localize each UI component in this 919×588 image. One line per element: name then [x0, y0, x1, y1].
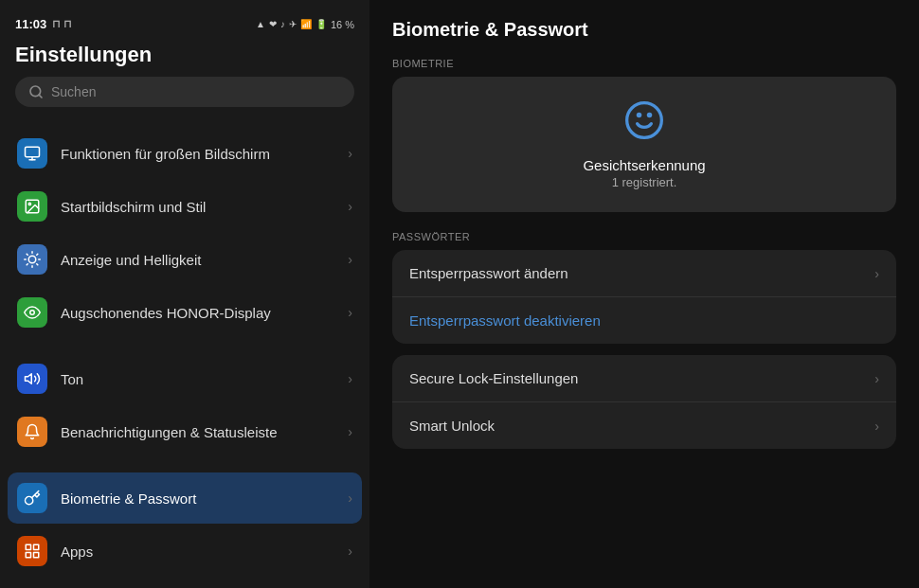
chevron-right-icon: › — [348, 371, 352, 386]
face-recognition-icon — [623, 99, 665, 150]
sidebar-item-anzeige[interactable]: Anzeige und Helligkeit › — [8, 234, 362, 285]
smart-unlock-row[interactable]: Smart Unlock › — [392, 401, 896, 449]
chevron-right-icon: › — [874, 371, 879, 386]
sidebar-item-biometrie[interactable]: Biometrie & Passwort › — [8, 472, 362, 524]
sidebar-item-label: Biometrie & Passwort — [61, 490, 348, 507]
search-icon — [28, 84, 44, 99]
svg-rect-20 — [34, 553, 39, 558]
wifi-icon: ❤ — [269, 19, 277, 29]
chevron-right-icon: › — [348, 252, 352, 267]
sidebar-item-label: Anzeige und Helligkeit — [61, 252, 348, 268]
content-panel: Biometrie & Passwort BIOMETRIE Gesichtse… — [369, 0, 919, 588]
sidebar-item-ton[interactable]: Ton › — [8, 353, 362, 404]
monitor-icon — [17, 138, 47, 169]
status-right-icons: ▲ ❤ ♪ ✈ 📶 🔋 ▲ ❤ ♪ ✈ ☁ 16 % 16 % — [256, 19, 354, 30]
search-bar[interactable] — [15, 77, 354, 107]
sidebar-header: 11:03 ⊓ ⊓ ▲ ❤ ♪ ✈ 📶 🔋 ▲ ❤ ♪ ✈ ☁ 16 % 16 … — [0, 0, 369, 124]
chevron-right-icon: › — [348, 490, 352, 506]
chevron-right-icon: › — [874, 419, 879, 434]
sidebar: 11:03 ⊓ ⊓ ▲ ❤ ♪ ✈ 📶 🔋 ▲ ❤ ♪ ✈ ☁ 16 % 16 … — [0, 0, 369, 588]
brightness-icon — [17, 244, 47, 275]
svg-rect-18 — [26, 544, 30, 549]
battery-icon: 🔋 — [315, 19, 327, 29]
entsperr-deaktivieren-row[interactable]: Entsperrpasswort deaktivieren — [392, 296, 896, 344]
biometrie-section-label: BIOMETRIE — [392, 58, 896, 69]
sidebar-item-label: Apps — [61, 543, 348, 560]
menu-group-2: Ton › Benachrichtigungen & Statusleiste … — [0, 349, 369, 461]
chevron-right-icon: › — [348, 543, 352, 559]
eye-icon — [17, 297, 47, 328]
passwort-group: Entsperrpasswort ändern › Entsperrpasswo… — [392, 250, 896, 344]
sidebar-item-label: Funktionen für großen Bildschirm — [61, 146, 348, 162]
sidebar-item-augenschonend[interactable]: Augschonendes HONOR-Display › — [8, 287, 362, 338]
menu-group-1: Funktionen für großen Bildschirm › Start… — [0, 124, 369, 342]
smart-unlock-label: Smart Unlock — [409, 418, 874, 434]
divider — [0, 342, 369, 349]
svg-point-6 — [28, 203, 30, 205]
svg-point-16 — [30, 311, 35, 315]
signal-bars-icon: 📶 — [300, 19, 312, 29]
svg-rect-19 — [34, 544, 39, 549]
battery-percent-label: 16 % — [331, 19, 354, 30]
secure-lock-label: Secure Lock-Einstellungen — [409, 370, 874, 386]
face-recognition-label: Gesichtserkennung — [583, 157, 705, 173]
image-icon — [17, 191, 47, 222]
sidebar-item-label: Augschonendes HONOR-Display — [61, 305, 348, 321]
sidebar-item-apps[interactable]: Apps › — [8, 526, 362, 577]
svg-line-11 — [37, 264, 38, 265]
apps-icon — [17, 536, 47, 566]
svg-line-1 — [39, 95, 42, 98]
svg-point-27 — [627, 103, 662, 138]
secure-lock-row[interactable]: Secure Lock-Einstellungen › — [392, 355, 896, 401]
chevron-right-icon: › — [348, 146, 352, 161]
status-time: 11:03 ⊓ ⊓ — [15, 17, 72, 31]
svg-line-14 — [27, 264, 27, 265]
svg-line-15 — [37, 254, 38, 255]
sidebar-item-label: Benachrichtigungen & Statusleiste — [61, 424, 348, 440]
face-count: 1 registriert. — [612, 175, 677, 189]
entsperr-aendern-row[interactable]: Entsperrpasswort ändern › — [392, 250, 896, 296]
page-title: Biometrie & Passwort — [392, 19, 896, 41]
chevron-right-icon: › — [348, 199, 352, 214]
chevron-right-icon: › — [348, 424, 352, 439]
time-display: 11:03 — [15, 17, 46, 31]
svg-rect-21 — [26, 553, 30, 558]
sidebar-title: Einstellungen — [15, 39, 354, 77]
sidebar-item-benachrichtigungen[interactable]: Benachrichtigungen & Statusleiste › — [8, 406, 362, 457]
key-icon — [17, 483, 47, 513]
passwoerter-section-label: PASSWÖRTER — [392, 231, 896, 242]
sidebar-item-label: Ton — [61, 371, 348, 387]
svg-rect-2 — [26, 147, 40, 157]
search-input[interactable] — [51, 84, 341, 99]
entsperr-aendern-label: Entsperrpasswort ändern — [409, 265, 874, 281]
divider — [0, 461, 369, 469]
svg-marker-17 — [26, 374, 32, 384]
status-bar: 11:03 ⊓ ⊓ ▲ ❤ ♪ ✈ 📶 🔋 ▲ ❤ ♪ ✈ ☁ 16 % 16 … — [15, 13, 354, 39]
menu-scroll: Funktionen für großen Bildschirm › Start… — [0, 124, 369, 588]
status-icons: ⊓ ⊓ — [52, 18, 72, 30]
sidebar-item-gross-bildschirm[interactable]: Funktionen für großen Bildschirm › — [8, 128, 362, 179]
entsperr-deaktivieren-label: Entsperrpasswort deaktivieren — [409, 312, 879, 329]
bell-icon — [17, 417, 47, 447]
signal-icon: ▲ — [256, 19, 265, 29]
airplane-icon: ✈ — [289, 19, 297, 29]
sound-status-icon: ♪ — [280, 19, 285, 29]
other-rows-group: Secure Lock-Einstellungen › Smart Unlock… — [392, 355, 896, 449]
sidebar-item-label: Startbildschirm und Stil — [61, 199, 348, 215]
chevron-right-icon: › — [874, 266, 879, 281]
svg-line-10 — [27, 254, 27, 255]
chevron-right-icon: › — [348, 305, 352, 320]
biometric-card[interactable]: Gesichtserkennung 1 registriert. — [392, 77, 896, 212]
menu-group-3: Biometrie & Passwort › Apps › Akku › — [0, 469, 369, 588]
sidebar-item-akku[interactable]: Akku › — [8, 579, 362, 588]
svg-point-7 — [28, 256, 36, 263]
sound-icon — [17, 364, 47, 394]
sidebar-item-startbildschirm[interactable]: Startbildschirm und Stil › — [8, 181, 362, 232]
